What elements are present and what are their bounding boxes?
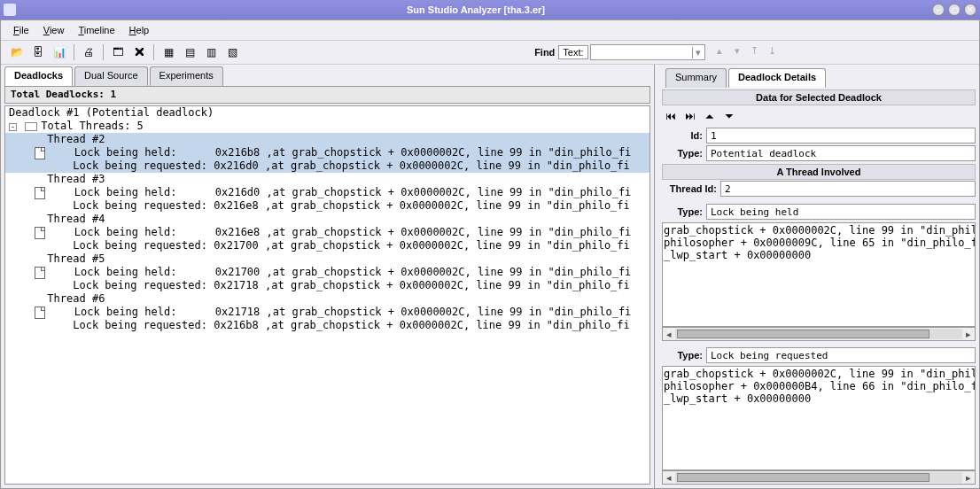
print-icon[interactable]: 🖨 <box>80 43 97 61</box>
tab-deadlocks[interactable]: Deadlocks <box>4 66 73 86</box>
menu-view[interactable]: View <box>36 23 72 37</box>
find-last-icon[interactable]: ⤓ <box>766 45 780 59</box>
open-icon[interactable]: 📂 <box>8 43 26 61</box>
held-scrollbar[interactable]: ◂▸ <box>662 327 976 341</box>
find-label: Find <box>534 47 555 58</box>
find-down-icon[interactable]: ▾ <box>730 45 744 59</box>
menubar: File View Timeline Help <box>1 20 979 40</box>
tab-deadlock-details[interactable]: Deadlock Details <box>728 68 826 88</box>
held-type-label: Type: <box>662 206 706 217</box>
find-input[interactable]: ▾ <box>590 44 705 60</box>
find-up-icon[interactable]: ▴ <box>712 45 727 59</box>
req-type-label: Type: <box>662 350 706 361</box>
total-deadlocks: Total Deadlocks: 1 <box>4 86 650 104</box>
filter-icon[interactable]: ▦ <box>159 43 177 61</box>
find-dropdown-icon[interactable]: ▾ <box>692 47 704 58</box>
thread-header: A Thread Involved <box>662 164 976 180</box>
tab-experiments[interactable]: Experiments <box>150 66 223 86</box>
id-label: Id: <box>662 130 706 141</box>
archive-icon[interactable]: 🗄 <box>29 43 47 61</box>
app-icon <box>4 4 16 16</box>
toolbar: 📂 🗄 📊 🖨 🗔 🗙 ▦ ▤ ▥ ▧ Find Text: ▾ ▴ ▾ ⤒ ⤓ <box>1 40 979 65</box>
menu-help[interactable]: Help <box>122 23 157 37</box>
menu-file[interactable]: File <box>6 23 36 37</box>
collapse-icon[interactable]: ▤ <box>181 43 198 61</box>
new-window-icon[interactable]: 🗔 <box>109 43 127 61</box>
window-title: Sun Studio Analyzer [tha.3.er] <box>19 4 932 15</box>
held-stack[interactable]: grab_chopstick + 0x0000002C, line 99 in … <box>662 222 976 327</box>
deadlock-tree[interactable]: Deadlock #1 (Potential deadlock)- Total … <box>4 105 650 485</box>
expand-icon[interactable]: ▥ <box>202 43 220 61</box>
find-first-icon[interactable]: ⤒ <box>748 45 762 59</box>
maximize-button[interactable]: ◻ <box>948 4 961 16</box>
settings-icon[interactable]: ▧ <box>223 43 241 61</box>
thread-id-value: 2 <box>720 181 976 197</box>
type-value: Potential deadlock <box>706 145 976 161</box>
left-tabs: Deadlocks Dual Source Experiments <box>1 65 654 86</box>
menu-timeline[interactable]: Timeline <box>71 23 121 37</box>
minimize-button[interactable]: – <box>932 4 945 16</box>
type-label: Type: <box>662 148 706 159</box>
window-titlebar: Sun Studio Analyzer [tha.3.er] – ◻ ✕ <box>0 0 980 19</box>
nav-prev-icon[interactable]: ⏮ <box>664 109 678 123</box>
tab-summary[interactable]: Summary <box>665 68 727 88</box>
req-stack[interactable]: grab_chopstick + 0x0000002C, line 99 in … <box>662 366 976 470</box>
nav-next-icon[interactable]: ⏭ <box>683 109 697 123</box>
detail-header: Data for Selected Deadlock <box>662 89 976 105</box>
close-window-icon[interactable]: 🗙 <box>130 43 148 61</box>
tab-dual-source[interactable]: Dual Source <box>74 66 148 86</box>
id-value: 1 <box>706 128 976 144</box>
find-type[interactable]: Text: <box>558 45 587 59</box>
req-type-value: Lock being requested <box>706 347 976 363</box>
nav-down-icon[interactable]: ⏷ <box>722 109 736 123</box>
close-button[interactable]: ✕ <box>964 4 976 16</box>
held-type-value: Lock being held <box>706 204 976 220</box>
nav-up-icon[interactable]: ⏶ <box>703 109 717 123</box>
thread-id-label: Thread Id: <box>662 183 720 194</box>
req-scrollbar[interactable]: ◂▸ <box>662 470 976 485</box>
chart-icon[interactable]: 📊 <box>51 43 68 61</box>
right-tabs: Summary Deadlock Details <box>662 66 976 88</box>
